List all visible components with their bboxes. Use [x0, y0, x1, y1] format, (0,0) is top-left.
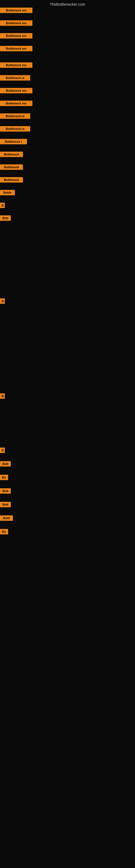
bottleneck-button-22[interactable]: Bo: [0, 475, 8, 480]
bottleneck-button-12[interactable]: Bottleneck: [0, 152, 23, 157]
bottleneck-button-19[interactable]: B: [0, 393, 5, 399]
bottleneck-button-17[interactable]: Bott: [0, 215, 11, 221]
bottleneck-button-11[interactable]: Bottleneck r: [0, 139, 27, 144]
bottleneck-button-23[interactable]: Bott: [0, 488, 11, 494]
bottleneck-button-21[interactable]: Bott: [0, 461, 11, 467]
bottleneck-button-14[interactable]: Bottleneck: [0, 177, 23, 183]
bottleneck-button-13[interactable]: Bottleneck: [0, 164, 23, 170]
bottleneck-button-10[interactable]: Bottleneck re: [0, 126, 30, 131]
bottleneck-button-26[interactable]: Bo: [0, 529, 8, 534]
bottleneck-button-15[interactable]: Bottle: [0, 190, 15, 195]
bottleneck-button-1[interactable]: Bottleneck res: [0, 8, 32, 13]
bottleneck-button-6[interactable]: Bottleneck re: [0, 75, 30, 81]
bottleneck-button-24[interactable]: Bott: [0, 502, 11, 507]
bottleneck-button-2[interactable]: Bottleneck res: [0, 20, 32, 26]
bottleneck-button-20[interactable]: B: [0, 447, 5, 453]
bottleneck-button-8[interactable]: Bottleneck res: [0, 101, 32, 106]
bottleneck-button-4[interactable]: Bottleneck res: [0, 46, 32, 51]
bottleneck-button-3[interactable]: Bottleneck res: [0, 33, 32, 38]
bottleneck-button-9[interactable]: Bottleneck re: [0, 113, 30, 119]
bottleneck-button-7[interactable]: Bottleneck res: [0, 88, 32, 93]
bottleneck-button-25[interactable]: Bottl: [0, 516, 13, 521]
bottleneck-button-16[interactable]: B: [0, 203, 5, 208]
bottleneck-button-5[interactable]: Bottleneck res: [0, 62, 32, 68]
bottleneck-button-18[interactable]: B: [0, 299, 5, 304]
